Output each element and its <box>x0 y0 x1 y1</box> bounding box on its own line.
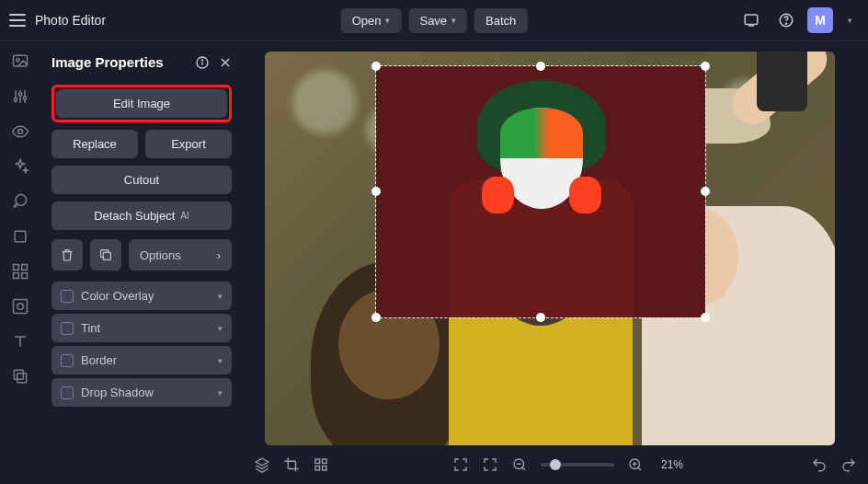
checkbox-icon[interactable] <box>61 322 74 335</box>
detach-subject-button[interactable]: Detach Subject AI <box>51 202 232 230</box>
checkbox-icon[interactable] <box>61 290 74 303</box>
zoom-percent: 21% <box>657 458 688 471</box>
zoom-slider-thumb[interactable] <box>550 459 561 470</box>
svg-rect-14 <box>22 273 28 279</box>
account-chevron-icon[interactable]: ▾ <box>840 6 859 34</box>
options-label: Options <box>140 248 181 262</box>
open-button[interactable]: Open ▾ <box>341 8 402 33</box>
chevron-down-icon: ▾ <box>218 324 223 333</box>
zoom-slider[interactable] <box>541 463 614 467</box>
tool-rail <box>0 41 40 484</box>
svg-rect-10 <box>15 231 26 242</box>
topbar: Photo Editor Open ▾ Save ▾ Batch M <box>0 0 868 41</box>
redo-icon[interactable] <box>840 456 857 473</box>
zoom-out-icon[interactable] <box>511 456 528 473</box>
chevron-down-icon: ▾ <box>218 356 223 365</box>
fit-screen-icon[interactable] <box>482 456 498 473</box>
crop-tool-icon[interactable] <box>11 227 29 246</box>
resize-handle[interactable] <box>701 313 710 322</box>
cutout-button[interactable]: Cutout <box>51 166 232 194</box>
tint-toggle[interactable]: Tint ▾ <box>51 314 232 342</box>
adjust-tool-icon[interactable] <box>11 87 29 106</box>
feedback-icon[interactable] <box>737 6 765 34</box>
tint-label: Tint <box>81 321 100 335</box>
zoom-in-icon[interactable] <box>627 456 644 473</box>
fullscreen-icon[interactable] <box>452 456 469 473</box>
batch-button[interactable]: Batch <box>474 8 527 33</box>
crop-toggle-icon[interactable] <box>283 456 300 473</box>
svg-rect-22 <box>315 459 320 464</box>
info-icon[interactable] <box>195 55 210 70</box>
grid-tool-icon[interactable] <box>11 297 29 316</box>
svg-point-4 <box>17 59 19 62</box>
layers-tool-icon[interactable] <box>11 367 29 386</box>
canvas-viewport[interactable] <box>243 41 868 445</box>
text-tool-icon[interactable] <box>11 332 29 351</box>
visibility-tool-icon[interactable] <box>11 122 29 141</box>
duplicate-icon[interactable] <box>90 239 121 271</box>
svg-point-9 <box>16 195 27 206</box>
resize-handle[interactable] <box>371 187 381 196</box>
svg-rect-13 <box>14 273 19 279</box>
svg-rect-0 <box>745 15 758 25</box>
open-label: Open <box>352 14 382 28</box>
resize-handle[interactable] <box>701 187 710 196</box>
svg-rect-25 <box>323 467 327 471</box>
svg-rect-11 <box>14 265 19 271</box>
svg-point-6 <box>18 93 21 96</box>
svg-point-16 <box>17 304 24 310</box>
color-overlay-label: Color Overlay <box>81 289 154 303</box>
border-toggle[interactable]: Border ▾ <box>51 346 232 375</box>
layers-icon[interactable] <box>254 456 270 473</box>
app-title: Photo Editor <box>35 13 106 28</box>
resize-handle[interactable] <box>536 313 545 322</box>
shapes-tool-icon[interactable] <box>11 262 29 281</box>
avatar[interactable]: M <box>807 7 833 33</box>
checkbox-icon[interactable] <box>61 386 74 399</box>
svg-rect-12 <box>22 265 28 271</box>
border-label: Border <box>81 353 117 367</box>
chevron-down-icon: ▾ <box>451 16 456 25</box>
effects-tool-icon[interactable] <box>11 157 29 176</box>
replace-button[interactable]: Replace <box>51 130 138 158</box>
svg-point-8 <box>18 130 23 134</box>
selection-box[interactable] <box>375 65 706 318</box>
options-button[interactable]: Options › <box>129 239 232 271</box>
help-icon[interactable] <box>772 6 800 34</box>
svg-rect-23 <box>323 459 327 464</box>
batch-label: Batch <box>485 14 516 28</box>
menu-icon[interactable] <box>9 14 26 27</box>
canvas-area: 21% <box>243 41 868 484</box>
image-properties-panel: Image Properties Edit Image Replace Expo… <box>40 41 243 484</box>
svg-point-2 <box>785 23 786 24</box>
checkbox-icon[interactable] <box>61 354 74 367</box>
ai-badge: AI <box>180 211 188 221</box>
svg-point-20 <box>201 59 202 60</box>
color-overlay-toggle[interactable]: Color Overlay ▾ <box>51 282 232 310</box>
save-label: Save <box>419 14 447 28</box>
resize-handle[interactable] <box>371 313 381 322</box>
svg-rect-15 <box>14 300 28 314</box>
pasted-layer[interactable] <box>376 66 705 317</box>
edit-image-button[interactable]: Edit Image <box>56 89 227 118</box>
close-icon[interactable] <box>219 55 232 70</box>
canvas-image[interactable] <box>265 52 835 445</box>
panel-title: Image Properties <box>51 54 164 70</box>
detach-subject-label: Detach Subject <box>94 209 175 223</box>
resize-handle[interactable] <box>371 62 381 71</box>
resize-handle[interactable] <box>536 62 545 71</box>
save-button[interactable]: Save ▾ <box>408 8 467 33</box>
draw-tool-icon[interactable] <box>11 192 29 211</box>
chevron-down-icon: ▾ <box>218 292 223 301</box>
grid-view-icon[interactable] <box>313 456 329 473</box>
drop-shadow-toggle[interactable]: Drop Shadow ▾ <box>51 378 232 407</box>
svg-point-7 <box>23 97 26 99</box>
bottom-toolbar: 21% <box>243 445 868 484</box>
resize-handle[interactable] <box>701 62 710 71</box>
undo-icon[interactable] <box>811 456 828 473</box>
svg-point-5 <box>14 98 17 101</box>
export-button[interactable]: Export <box>145 130 232 158</box>
chevron-right-icon: › <box>217 248 221 262</box>
delete-icon[interactable] <box>51 239 83 271</box>
image-tool-icon[interactable] <box>11 52 29 71</box>
